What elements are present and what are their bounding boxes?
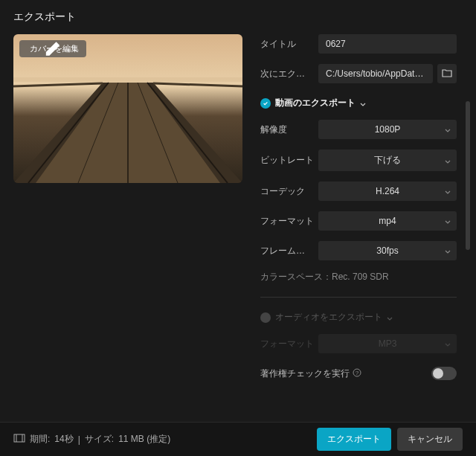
export-button[interactable]: エクスポート	[317, 428, 391, 451]
audio-export-section-label: オーディオをエクスポート	[275, 311, 382, 324]
audio-export-checkbox-icon	[260, 312, 271, 323]
svg-line-8	[153, 83, 242, 86]
format-select[interactable]: mp4	[318, 211, 457, 231]
codec-select[interactable]: H.264	[318, 182, 457, 201]
audio-format-label: フォーマット	[260, 338, 318, 350]
resolution-select[interactable]: 1080P	[318, 120, 457, 139]
cancel-button[interactable]: キャンセル	[397, 428, 463, 451]
svg-rect-9	[13, 77, 242, 82]
svg-rect-12	[14, 434, 25, 442]
dialog-title: エクスポート	[0, 0, 476, 34]
title-label: タイトル	[260, 38, 318, 51]
copyright-check-label: 著作権チェックを実行 ?	[260, 367, 361, 380]
scrollbar[interactable]	[466, 101, 470, 250]
browse-folder-button[interactable]	[437, 64, 457, 83]
chevron-down-icon	[445, 245, 451, 256]
chevron-down-icon	[360, 98, 366, 109]
colorspace-info: カラースペース：Rec. 709 SDR	[260, 271, 457, 283]
title-input[interactable]: 0627	[318, 34, 457, 54]
audio-export-section-toggle[interactable]: オーディオをエクスポート	[260, 311, 457, 324]
size-value: 11 MB (推定)	[118, 433, 170, 446]
chevron-down-icon	[445, 155, 451, 166]
export-path-input[interactable]: C:/Users/tobio/AppDat…	[318, 64, 433, 83]
video-export-checkbox-icon	[260, 98, 271, 109]
framerate-label: フレーム…	[260, 245, 318, 257]
toggle-knob	[433, 368, 443, 379]
video-export-section-toggle[interactable]: 動画のエクスポート	[260, 97, 457, 109]
chevron-down-icon	[445, 124, 451, 135]
video-export-section-label: 動画のエクスポート	[275, 97, 356, 109]
framerate-value: 30fps	[376, 245, 398, 256]
duration-label: 期間:	[30, 433, 50, 446]
bitrate-value: 下げる	[374, 154, 401, 167]
section-divider	[260, 297, 457, 298]
audio-format-value: MP3	[379, 338, 397, 349]
size-label: サイズ:	[85, 433, 114, 446]
svg-text:?: ?	[356, 370, 359, 376]
audio-format-select: MP3	[318, 334, 457, 353]
chevron-down-icon	[445, 338, 451, 349]
bitrate-select[interactable]: 下げる	[318, 150, 457, 171]
svg-line-7	[13, 83, 103, 86]
info-icon[interactable]: ?	[353, 368, 361, 379]
colorspace-value: Rec. 709 SDR	[332, 272, 389, 282]
edit-cover-button[interactable]: カバーを編集	[19, 40, 86, 57]
chevron-down-icon	[445, 216, 451, 226]
framerate-select[interactable]: 30fps	[318, 241, 457, 260]
codec-label: コーデック	[260, 185, 318, 198]
codec-value: H.264	[376, 186, 399, 196]
resolution-value: 1080P	[375, 124, 401, 135]
bitrate-label: ビットレート	[260, 154, 318, 167]
copyright-label-text: 著作権チェックを実行	[260, 367, 350, 380]
chevron-down-icon	[445, 186, 451, 196]
chevron-down-icon	[387, 312, 393, 323]
format-label: フォーマット	[260, 215, 318, 228]
colorspace-label: カラースペース：	[260, 272, 332, 282]
format-value: mp4	[379, 216, 396, 226]
resolution-label: 解像度	[260, 123, 318, 136]
copyright-check-toggle[interactable]	[431, 367, 457, 380]
footer-info: 期間: 14秒 | サイズ: 11 MB (推定)	[13, 433, 170, 446]
duration-value: 14秒	[54, 433, 73, 446]
export-path-label: 次にエク…	[260, 68, 318, 80]
folder-icon	[442, 68, 452, 80]
film-icon	[13, 434, 25, 445]
cover-preview: カバーを編集	[13, 34, 242, 183]
info-separator: |	[78, 434, 80, 445]
